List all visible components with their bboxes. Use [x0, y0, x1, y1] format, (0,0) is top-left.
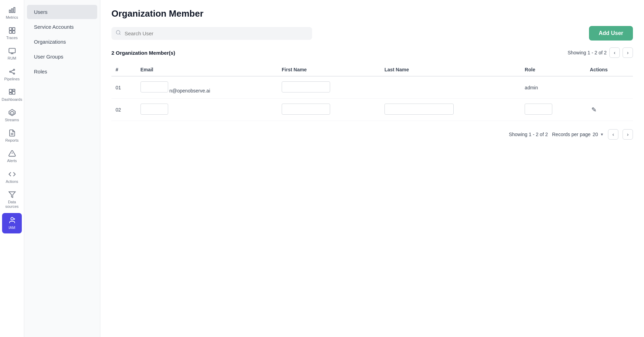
actions-icon	[8, 170, 16, 178]
nav-alerts-label: Alerts	[7, 159, 17, 163]
svg-point-28	[116, 30, 120, 34]
nav-item-rum[interactable]: RUM	[0, 44, 24, 64]
nav-rum-label: RUM	[8, 56, 16, 61]
svg-rect-18	[9, 93, 11, 95]
nav-pipelines-label: Pipelines	[4, 77, 20, 81]
main-content: Organization Member Add User 2 Organizat…	[100, 0, 644, 337]
col-header-actions: Actions	[586, 63, 633, 76]
next-page-button-bottom[interactable]: ›	[623, 129, 633, 140]
stats-row: 2 Organization Member(s) Showing 1 - 2 o…	[111, 47, 633, 58]
records-dropdown-arrow[interactable]: ▼	[600, 132, 604, 136]
row2-firstname	[278, 99, 380, 121]
table-row: 01 n@openobserve.ai admin	[111, 76, 633, 99]
prev-page-button-bottom[interactable]: ‹	[608, 129, 618, 140]
row1-role: admin	[520, 76, 586, 99]
svg-rect-4	[12, 28, 15, 30]
records-per-page-label: Records per page	[552, 132, 590, 137]
row1-email-prefix-input[interactable]	[140, 81, 168, 92]
svg-point-12	[13, 73, 15, 74]
prev-page-button-top[interactable]: ‹	[609, 47, 620, 58]
nav-data-sources-label: Data sources	[1, 200, 22, 209]
nav-item-data-sources[interactable]: Data sources	[0, 187, 24, 212]
row2-firstname-input[interactable]	[282, 104, 330, 115]
nav-item-metrics[interactable]: Metrics	[0, 3, 24, 23]
svg-rect-3	[9, 28, 11, 30]
records-per-page: Records per page 20 ▼	[552, 132, 604, 137]
page-title: Organization Member	[111, 8, 633, 19]
row1-firstname-input[interactable]	[282, 81, 330, 92]
showing-label-top: Showing 1 - 2 of 2	[568, 50, 607, 55]
sidebar-item-users[interactable]: Users	[27, 5, 97, 19]
svg-point-11	[13, 69, 15, 70]
member-count: 2 Organization Member(s)	[111, 50, 175, 56]
nav-item-reports[interactable]: Reports	[0, 126, 24, 146]
nav-iam-label: IAM	[9, 225, 16, 230]
bottom-pagination: Showing 1 - 2 of 2 Records per page 20 ▼…	[111, 129, 633, 140]
icon-sidebar: Metrics Traces RUM Pipelines Dashboards …	[0, 0, 24, 337]
nav-item-traces[interactable]: Traces	[0, 23, 24, 44]
svg-line-29	[119, 34, 120, 35]
row2-actions: ✎	[586, 99, 633, 121]
nav-item-pipelines[interactable]: Pipelines	[0, 64, 24, 85]
nav-item-iam[interactable]: IAM	[2, 213, 22, 233]
svg-point-10	[9, 71, 11, 72]
nav-item-streams[interactable]: Streams	[0, 105, 24, 126]
svg-rect-1	[11, 9, 13, 12]
nav-item-actions[interactable]: Actions	[0, 167, 24, 187]
row2-lastname-input[interactable]	[384, 104, 454, 115]
nav-metrics-label: Metrics	[6, 15, 18, 20]
bar-chart-icon	[8, 6, 16, 14]
add-user-button[interactable]: Add User	[589, 26, 633, 41]
nav-item-dashboards[interactable]: Dashboards	[0, 85, 24, 105]
svg-rect-5	[9, 31, 11, 33]
reports-icon	[8, 129, 16, 137]
search-icon	[116, 30, 121, 37]
row2-email-input[interactable]	[140, 104, 168, 115]
nav-item-alerts[interactable]: Alerts	[0, 146, 24, 167]
col-header-lastname: Last Name	[380, 63, 520, 76]
pagination-top: Showing 1 - 2 of 2 ‹ ›	[568, 47, 633, 58]
alerts-icon	[8, 150, 16, 157]
svg-rect-6	[12, 31, 15, 33]
row1-lastname	[380, 76, 520, 99]
rum-icon	[8, 47, 16, 55]
traces-icon	[8, 27, 16, 34]
svg-rect-16	[12, 89, 15, 91]
streams-icon	[8, 109, 16, 116]
nav-traces-label: Traces	[6, 36, 18, 40]
nav-actions-label: Actions	[6, 179, 18, 184]
row2-index: 02	[111, 99, 136, 121]
svg-rect-7	[9, 48, 15, 53]
table-body: 01 n@openobserve.ai admin 02	[111, 76, 633, 121]
sidebar-item-user-groups[interactable]: User Groups	[27, 50, 97, 64]
row2-email	[136, 99, 278, 121]
row1-index: 01	[111, 76, 136, 99]
secondary-sidebar: Users Service Accounts Organizations Use…	[24, 0, 100, 337]
search-input[interactable]	[111, 27, 312, 40]
row1-email-suffix: n@openobserve.ai	[170, 88, 210, 94]
next-page-button-top[interactable]: ›	[623, 47, 633, 58]
showing-label-bottom: Showing 1 - 2 of 2	[509, 132, 548, 137]
search-container	[111, 27, 312, 40]
row2-lastname	[380, 99, 520, 121]
svg-line-14	[11, 72, 13, 73]
row1-firstname	[278, 76, 380, 99]
sidebar-item-roles[interactable]: Roles	[27, 64, 97, 79]
sidebar-item-organizations[interactable]: Organizations	[27, 35, 97, 49]
nav-streams-label: Streams	[5, 118, 19, 122]
svg-rect-0	[9, 10, 10, 12]
edit-row2-button[interactable]: ✎	[590, 105, 598, 115]
svg-line-13	[11, 70, 13, 71]
nav-reports-label: Reports	[5, 138, 19, 143]
table-row: 02 ✎	[111, 99, 633, 121]
col-header-role: Role	[520, 63, 586, 76]
sidebar-item-service-accounts[interactable]: Service Accounts	[27, 20, 97, 34]
col-header-email: Email	[136, 63, 278, 76]
row1-actions	[586, 76, 633, 99]
dashboards-icon	[8, 88, 16, 96]
svg-rect-2	[13, 8, 15, 13]
data-table: # Email First Name Last Name Role Action…	[111, 63, 633, 121]
row2-role	[520, 99, 586, 121]
row2-role-input[interactable]	[525, 104, 552, 115]
row1-email: n@openobserve.ai	[136, 76, 278, 99]
